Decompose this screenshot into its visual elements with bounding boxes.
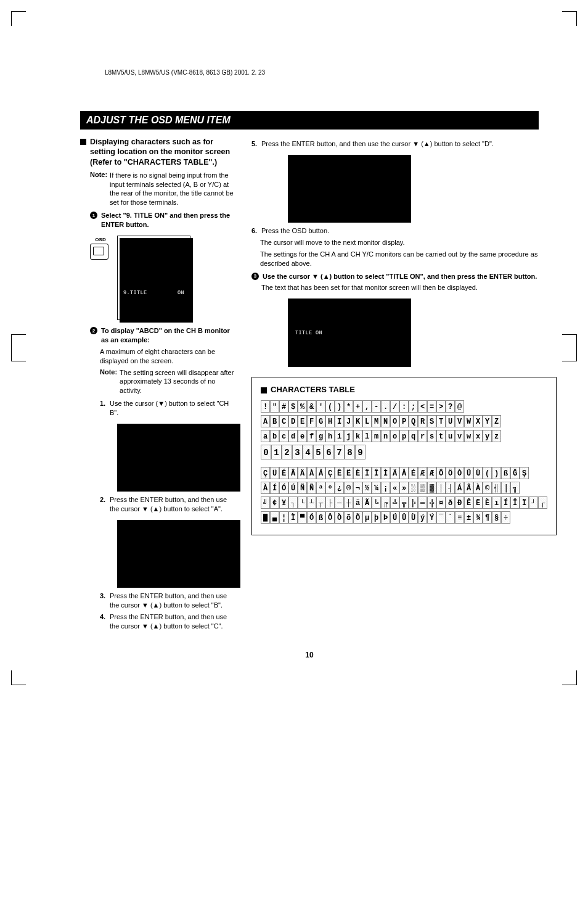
glyph-cell: + [353, 400, 362, 413]
substep-text: Press the ENTER button, and then use the… [261, 139, 494, 149]
glyph-cell: x [473, 430, 483, 442]
glyph-cell: Ù [473, 467, 483, 479]
glyph-cell: ¬ [353, 482, 362, 494]
glyph-cell: p [399, 430, 409, 442]
glyph-cell: Ù [409, 511, 418, 524]
glyph-row: ÀÍÓÚÑÑªº¿®¬½¼¡«»░▒▓│┤ÁÂÀ©╣║╗ [261, 482, 547, 494]
substep-num: 5. [251, 139, 259, 149]
glyph-cell: @ [455, 400, 464, 413]
glyph-cell: Q [409, 415, 418, 427]
glyph-cell: ¤ [436, 496, 446, 509]
glyph-cell: t [436, 430, 446, 442]
substep-num: 4. [100, 612, 107, 631]
osd-menu-figure: OSD 1.COLOR 50% 2.TINT 50% 3.BRIGHTNESS … [90, 236, 238, 320]
glyph-cell: ) [335, 400, 344, 413]
glyph-cell: Ó [307, 511, 316, 524]
glyph-cell: ' [316, 400, 325, 413]
glyph-cell: ╬ [427, 496, 436, 509]
glyph-cell: Ñ [307, 482, 316, 494]
glyph-cell: ¿ [335, 482, 344, 494]
bullet-square-icon [261, 387, 267, 393]
glyph-cell: Ê [464, 496, 473, 509]
glyph-cell: $ [288, 400, 298, 413]
glyph-cell: ± [464, 511, 473, 524]
glyph-cell: À [307, 467, 316, 479]
glyph-cell: À [473, 482, 483, 494]
glyph-cell: ( [483, 467, 492, 479]
step-2-icon: 2 [90, 327, 97, 334]
glyph-cell: █ [261, 511, 270, 524]
glyph-cell: ý [418, 511, 427, 524]
glyph-cell: 6 [324, 445, 334, 459]
glyph-cell: Û [399, 511, 409, 524]
substep-text: Press the OSD button. [261, 226, 329, 236]
substep-text: Press the ENTER button, and then use the… [110, 495, 238, 514]
glyph-cell: H [325, 415, 335, 427]
glyph-cell: T [436, 415, 446, 427]
glyph-cell: Ö [446, 467, 455, 479]
glyph-cell: X [473, 415, 483, 427]
doc-id: L8MV5/US, L8MW5/US (VMC-8618, 8613 GB) 2… [105, 69, 265, 76]
glyph-cell: ¢ [270, 496, 279, 509]
edit-screen-3-content: EDIT TITLE CH A CH B ABCD CH Y/C TITLE O… [295, 307, 399, 348]
glyph-cell: Ş [520, 467, 529, 479]
glyph-cell: Õ [353, 511, 362, 524]
step-3-body: The text that has been set for that moni… [261, 283, 557, 292]
glyph-cell: ã [353, 496, 362, 509]
glyph-cell: ¡ [381, 482, 390, 494]
glyph-cell: ┐ [288, 496, 298, 509]
glyph-cell: m [372, 430, 381, 442]
glyph-cell: » [399, 482, 409, 494]
glyph-cell: v [455, 430, 464, 442]
glyph-cell: Î [372, 467, 381, 479]
glyph-cell: * [344, 400, 353, 413]
glyph-cell: Ò [455, 467, 464, 479]
glyph-cell: │ [436, 482, 446, 494]
substep-num: 1. [100, 399, 107, 418]
characters-table-box: CHARACTERS TABLE !"#$%&'()*+,-./:;<=>?@A… [251, 377, 557, 535]
glyph-cell: ╦ [399, 496, 409, 509]
glyph-cell: ▒ [418, 482, 427, 494]
glyph-cell: ¥ [279, 496, 288, 509]
glyph-cell: S [427, 415, 436, 427]
glyph-row: !"#$%&'()*+,-./:;<=>?@ [261, 400, 547, 413]
glyph-cell: Ú [390, 511, 399, 524]
glyph-cell: L [362, 415, 372, 427]
bullet-square-icon [80, 139, 86, 145]
glyph-cell: ; [409, 400, 418, 413]
glyph-cell: ┌ [538, 496, 547, 509]
glyph-cell: ¶ [483, 511, 492, 524]
glyph-cell: Ñ [298, 482, 307, 494]
glyph-cell: ╩ [390, 496, 399, 509]
glyph-cell: ║ [501, 482, 510, 494]
osd-label: OSD [90, 237, 111, 242]
glyph-cell: 5 [313, 445, 324, 459]
glyph-cell: ▓ [427, 482, 436, 494]
glyph-cell: º [325, 482, 335, 494]
glyph-cell: ┤ [446, 482, 455, 494]
glyph-cell: õ [344, 511, 353, 524]
glyph-cell: f [307, 430, 316, 442]
glyph-cell: É [279, 467, 288, 479]
glyph-cell: l [362, 430, 372, 442]
glyph-cell: > [436, 400, 446, 413]
glyph-cell: K [353, 415, 362, 427]
glyph-cell: 9 [355, 445, 365, 459]
glyph-cell: Ò [335, 511, 344, 524]
glyph-cell: J [344, 415, 353, 427]
substep-text: Press the ENTER button, and then use the… [110, 612, 238, 631]
glyph-cell: « [390, 482, 399, 494]
glyph-cell: # [279, 400, 288, 413]
glyph-cell: o [390, 430, 399, 442]
glyph-cell: Z [492, 415, 501, 427]
step-2-body: A maximum of eight characters can be dis… [100, 347, 238, 366]
glyph-cell: È [483, 496, 492, 509]
glyph-cell: Ä [390, 467, 399, 479]
glyph-cell: ╣ [492, 482, 501, 494]
glyph-cell: u [446, 430, 455, 442]
glyph-cell: = [427, 400, 436, 413]
glyph-cell: Í [270, 482, 279, 494]
glyph-row: ÇÜÉÂÄÀÅÇÊËÈÏÎÌÄÅÉÆÆÔÖÒÛÙ()ßĞŞ [261, 467, 547, 479]
glyph-cell: ¼ [372, 482, 381, 494]
glyph-cell: R [418, 415, 427, 427]
